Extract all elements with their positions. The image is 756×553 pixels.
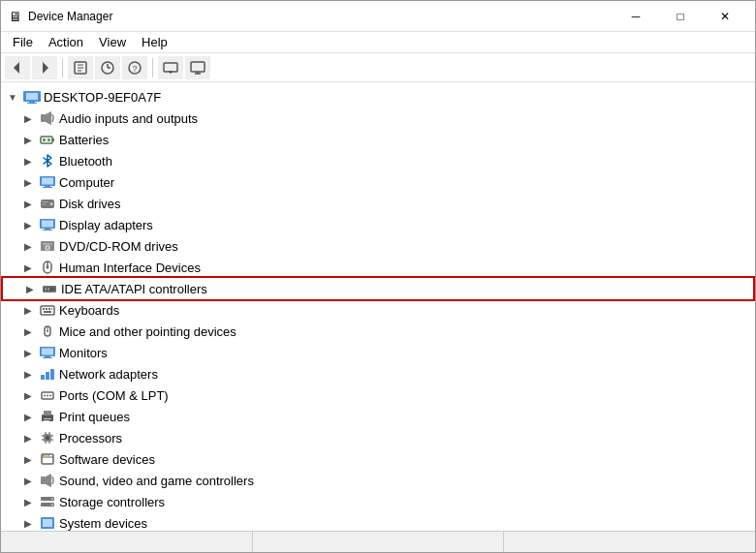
svg-rect-11: [164, 63, 177, 72]
bluetooth-toggle[interactable]: ▶: [20, 153, 36, 169]
tree-system[interactable]: ▶ System devices: [1, 512, 755, 531]
tree-processors[interactable]: ▶ Processors: [1, 427, 755, 448]
toolbar-update[interactable]: [95, 56, 120, 79]
svg-point-41: [47, 247, 48, 249]
computer-label: Computer: [59, 175, 114, 190]
svg-rect-21: [41, 114, 46, 122]
sound-toggle[interactable]: ▶: [20, 473, 36, 488]
mice-toggle[interactable]: ▶: [20, 323, 36, 339]
ide-icon: [41, 280, 58, 297]
svg-rect-63: [41, 375, 45, 380]
tree-computer[interactable]: ▶ Computer: [1, 171, 755, 193]
tree-bluetooth[interactable]: ▶ Bluetooth: [1, 150, 755, 171]
root-toggle[interactable]: ▼: [5, 89, 20, 105]
print-label: Print queues: [59, 410, 130, 424]
tree-sound[interactable]: ▶ Sound, video and game controllers: [1, 470, 755, 491]
software-toggle[interactable]: ▶: [20, 451, 36, 467]
hid-toggle[interactable]: ▶: [20, 260, 36, 275]
bluetooth-icon: [39, 152, 56, 169]
ide-toggle[interactable]: ▶: [22, 281, 38, 296]
svg-point-32: [50, 202, 53, 205]
tree-batteries[interactable]: ▶ Batteries: [1, 129, 755, 150]
sound-label: Sound, video and game controllers: [59, 474, 254, 488]
svg-rect-20: [27, 103, 37, 104]
processors-toggle[interactable]: ▶: [20, 430, 36, 445]
toolbar-device-view[interactable]: [158, 56, 183, 79]
tree-hid[interactable]: ▶ Human Interface Devices: [1, 257, 755, 278]
svg-point-94: [51, 504, 53, 506]
svg-rect-51: [43, 308, 45, 310]
network-toggle[interactable]: ▶: [20, 366, 36, 382]
system-toggle[interactable]: ▶: [20, 515, 36, 531]
dvd-label: DVD/CD-ROM drives: [59, 239, 178, 254]
toolbar-help[interactable]: ?: [122, 56, 147, 79]
hid-label: Human Interface Devices: [59, 261, 201, 275]
audio-toggle[interactable]: ▶: [20, 110, 36, 126]
title-bar-left: 🖥 Device Manager: [9, 9, 112, 24]
svg-rect-25: [43, 138, 46, 141]
menu-view[interactable]: View: [91, 33, 134, 51]
display-toggle[interactable]: ▶: [20, 217, 36, 232]
status-bar: [1, 531, 755, 552]
menu-help[interactable]: Help: [134, 33, 175, 51]
svg-point-45: [47, 266, 49, 269]
svg-rect-54: [51, 308, 52, 310]
ports-label: Ports (COM & LPT): [59, 388, 169, 403]
audio-label: Audio inputs and outputs: [59, 111, 198, 126]
svg-rect-38: [43, 230, 52, 230]
storage-label: Storage controllers: [59, 495, 165, 509]
device-tree: ▼ DESKTOP-9EF0A7F ▶ Audio inputs and out…: [1, 82, 755, 531]
svg-rect-50: [41, 306, 54, 315]
svg-point-69: [49, 395, 51, 397]
maximize-button[interactable]: □: [658, 1, 703, 32]
title-bar: 🖥 Device Manager ─ □ ✕: [1, 1, 755, 32]
keyboards-icon: [39, 301, 56, 319]
tree-print[interactable]: ▶ Print queues: [1, 406, 755, 427]
computer-toggle[interactable]: ▶: [20, 174, 36, 190]
software-icon: [39, 450, 56, 468]
toolbar-forward[interactable]: [32, 56, 57, 79]
tree-storage[interactable]: ▶ Storage controllers: [1, 491, 755, 512]
tree-network[interactable]: ▶ Network adapters: [1, 363, 755, 384]
title-bar-controls: ─ □ ✕: [614, 1, 747, 32]
svg-point-93: [51, 498, 53, 500]
batteries-toggle[interactable]: ▶: [20, 132, 36, 147]
keyboards-toggle[interactable]: ▶: [20, 302, 36, 318]
tree-mice[interactable]: ▶ Mice and other pointing devices: [1, 321, 755, 342]
menu-action[interactable]: Action: [41, 33, 91, 51]
tree-root[interactable]: ▼ DESKTOP-9EF0A7F: [1, 86, 755, 108]
content-area[interactable]: ▼ DESKTOP-9EF0A7F ▶ Audio inputs and out…: [1, 82, 755, 531]
print-toggle[interactable]: ▶: [20, 409, 36, 424]
toolbar-properties[interactable]: [68, 56, 93, 79]
dvd-toggle[interactable]: ▶: [20, 238, 36, 254]
svg-rect-64: [46, 372, 49, 380]
storage-toggle[interactable]: ▶: [20, 494, 36, 509]
monitors-toggle[interactable]: ▶: [20, 345, 36, 360]
tree-ports[interactable]: ▶ Ports (COM & LPT): [1, 384, 755, 406]
tree-audio[interactable]: ▶ Audio inputs and outputs: [1, 108, 755, 129]
tree-ide[interactable]: ▶ IDE ATA/ATAPI controllers: [3, 278, 753, 299]
svg-rect-24: [52, 138, 54, 141]
menu-file[interactable]: File: [5, 33, 41, 51]
svg-rect-60: [42, 349, 53, 355]
tree-dvd[interactable]: ▶ DVD/CD-ROM drives: [1, 235, 755, 257]
toolbar-back[interactable]: [5, 56, 30, 79]
tree-monitors[interactable]: ▶ Monitors: [1, 342, 755, 363]
tree-keyboards[interactable]: ▶ Keyboards: [1, 299, 755, 321]
toolbar-scan[interactable]: [185, 56, 210, 79]
tree-software[interactable]: ▶ Software devices: [1, 448, 755, 470]
svg-rect-14: [191, 62, 205, 72]
ide-label: IDE ATA/ATAPI controllers: [61, 282, 207, 296]
tree-display[interactable]: ▶ Display adapters: [1, 214, 755, 235]
svg-point-88: [47, 455, 49, 457]
disk-toggle[interactable]: ▶: [20, 196, 36, 211]
ports-toggle[interactable]: ▶: [20, 387, 36, 403]
audio-icon: [39, 109, 56, 127]
minimize-button[interactable]: ─: [614, 1, 658, 32]
display-label: Display adapters: [59, 218, 153, 232]
close-button[interactable]: ✕: [703, 1, 747, 32]
tree-disk[interactable]: ▶ Disk drives: [1, 193, 755, 214]
svg-rect-49: [47, 289, 49, 291]
system-icon: [39, 514, 56, 531]
svg-rect-30: [43, 187, 52, 188]
